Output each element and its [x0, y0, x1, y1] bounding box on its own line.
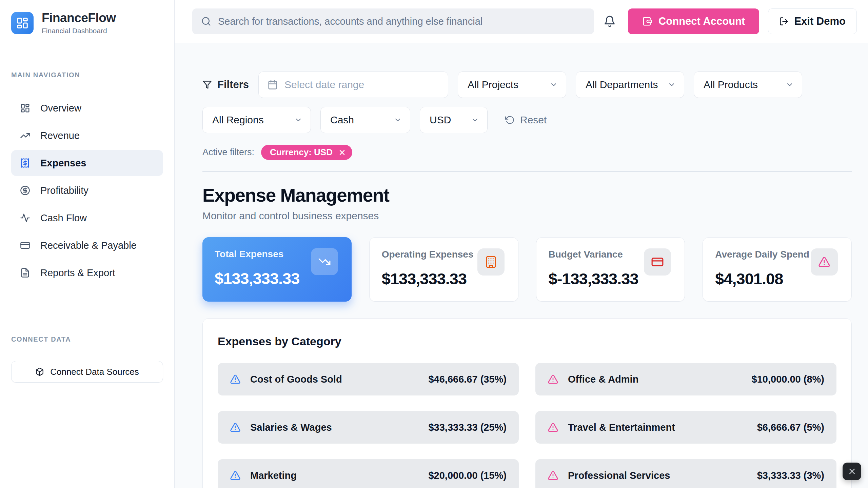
main-content: Filters Select date range All Projects A… [175, 43, 868, 488]
sidebar-item-revenue[interactable]: Revenue [11, 123, 163, 148]
stat-card-budget-variance: Budget Variance $-133,333.33 [536, 237, 685, 302]
sidebar-item-reports-export[interactable]: Reports & Export [11, 260, 163, 286]
connect-data-sources-label: Connect Data Sources [50, 367, 139, 377]
receipt-icon [20, 158, 30, 168]
alert-triangle-icon [548, 422, 558, 433]
sidebar-item-label: Cash Flow [40, 212, 87, 224]
wallet-icon [642, 16, 652, 26]
stat-card-average-daily-spend: Average Daily Spend $4,301.08 [703, 237, 852, 302]
reset-label: Reset [520, 114, 547, 126]
connect-account-label: Connect Account [658, 15, 745, 27]
filter-chip-label: Currency: USD [270, 147, 333, 158]
package-icon [35, 367, 44, 376]
page-title: Expense Management [202, 184, 852, 206]
category-name: Cost of Goods Sold [250, 374, 419, 385]
departments-select[interactable]: All Departments [576, 72, 684, 98]
chevron-down-icon [294, 116, 302, 124]
nav-section-title: MAIN NAVIGATION [11, 71, 163, 79]
sidebar-item-receivable-payable[interactable]: Receivable & Payable [11, 232, 163, 258]
category-name: Salaries & Wages [250, 422, 419, 433]
alert-triangle-icon [230, 374, 241, 385]
expenses-by-category-title: Expenses by Category [218, 335, 836, 348]
log-out-icon [779, 17, 789, 26]
regions-select[interactable]: All Regions [202, 107, 311, 133]
category-value: $46,666.67 (35%) [428, 374, 507, 385]
search-icon [201, 16, 211, 26]
credit-card-icon [644, 248, 671, 276]
alert-triangle-icon [548, 470, 558, 481]
category-row-marketing: Marketing $20,000.00 (15%) [218, 459, 519, 488]
main-navigation: MAIN NAVIGATION Overview Revenue Expense… [0, 46, 174, 286]
category-row-cost-of-goods-sold: Cost of Goods Sold $46,666.67 (35%) [218, 363, 519, 395]
alert-triangle-icon [230, 422, 241, 433]
calendar-icon [268, 80, 278, 90]
app-subtitle: Financial Dashboard [42, 27, 116, 35]
alert-triangle-icon [811, 248, 838, 276]
category-value: $33,333.33 (25%) [428, 422, 507, 433]
sidebar-item-expenses[interactable]: Expenses [11, 150, 163, 176]
category-row-office-admin: Office & Admin $10,000.00 (8%) [535, 363, 836, 395]
sidebar-item-label: Expenses [40, 158, 86, 169]
alert-triangle-icon [548, 374, 558, 385]
category-value: $6,666.67 (5%) [757, 422, 824, 433]
app-title: FinanceFlow [42, 11, 116, 25]
building-icon [477, 248, 505, 276]
category-list: Cost of Goods Sold $46,666.67 (35%) Offi… [218, 363, 836, 488]
category-value: $10,000.00 (8%) [752, 374, 824, 385]
section-divider [202, 171, 852, 172]
circle-dollar-icon [20, 185, 30, 196]
category-name: Professional Services [568, 470, 748, 481]
category-value: $3,333.33 (3%) [757, 470, 824, 481]
products-select[interactable]: All Products [694, 72, 802, 98]
connect-account-button[interactable]: Connect Account [628, 8, 759, 34]
category-name: Marketing [250, 470, 419, 481]
sidebar-item-overview[interactable]: Overview [11, 95, 163, 121]
sidebar-item-label: Reports & Export [40, 267, 115, 279]
close-overlay-button[interactable] [843, 463, 861, 480]
chevron-down-icon [786, 81, 794, 89]
file-text-icon [20, 268, 30, 278]
sidebar-item-label: Revenue [40, 130, 80, 141]
stat-card-operating-expenses: Operating Expenses $133,333.33 [369, 237, 518, 302]
trending-down-icon [311, 248, 338, 275]
search-bar[interactable] [192, 8, 594, 34]
remove-filter-icon[interactable] [338, 148, 346, 157]
category-row-travel-entertainment: Travel & Entertainment $6,666.67 (5%) [535, 411, 836, 444]
rotate-ccw-icon [505, 115, 515, 125]
brand: FinanceFlow Financial Dashboard [0, 0, 174, 46]
sidebar-item-cash-flow[interactable]: Cash Flow [11, 205, 163, 231]
sidebar-item-label: Overview [40, 103, 81, 114]
filter-chip-currency: Currency: USD [261, 145, 352, 160]
chevron-down-icon [550, 81, 558, 89]
sidebar-item-label: Receivable & Payable [40, 240, 137, 251]
date-range-input[interactable]: Select date range [258, 72, 448, 98]
stat-card-total-expenses: Total Expenses $133,333.33 [202, 237, 352, 302]
reset-filters-button[interactable]: Reset [505, 114, 547, 126]
exit-demo-label: Exit Demo [794, 15, 846, 27]
currency-select[interactable]: USD [420, 107, 488, 133]
active-filters-label: Active filters: [202, 147, 254, 158]
products-select-value: All Products [704, 79, 758, 90]
projects-select[interactable]: All Projects [458, 72, 566, 98]
layout-dashboard-icon [20, 103, 30, 113]
payment-method-select-value: Cash [330, 114, 354, 126]
app-logo-icon [11, 12, 34, 34]
exit-demo-button[interactable]: Exit Demo [768, 8, 857, 34]
active-filters-row: Active filters: Currency: USD [202, 145, 852, 160]
projects-select-value: All Projects [468, 79, 518, 90]
credit-card-icon [20, 240, 30, 250]
date-range-placeholder: Select date range [284, 79, 364, 90]
filters-row-2: All Regions Cash USD Reset [202, 107, 852, 133]
notifications-button[interactable] [604, 15, 616, 27]
payment-method-select[interactable]: Cash [320, 107, 410, 133]
connect-data-sources-button[interactable]: Connect Data Sources [11, 361, 163, 383]
bell-icon [604, 15, 616, 27]
currency-select-value: USD [430, 114, 451, 126]
connect-data-section-title: CONNECT DATA [11, 336, 163, 343]
search-input[interactable] [218, 16, 585, 27]
sidebar: FinanceFlow Financial Dashboard MAIN NAV… [0, 0, 175, 488]
funnel-icon [202, 80, 212, 89]
sidebar-item-profitability[interactable]: Profitability [11, 178, 163, 203]
chevron-down-icon [668, 81, 676, 89]
category-name: Travel & Entertainment [568, 422, 748, 433]
